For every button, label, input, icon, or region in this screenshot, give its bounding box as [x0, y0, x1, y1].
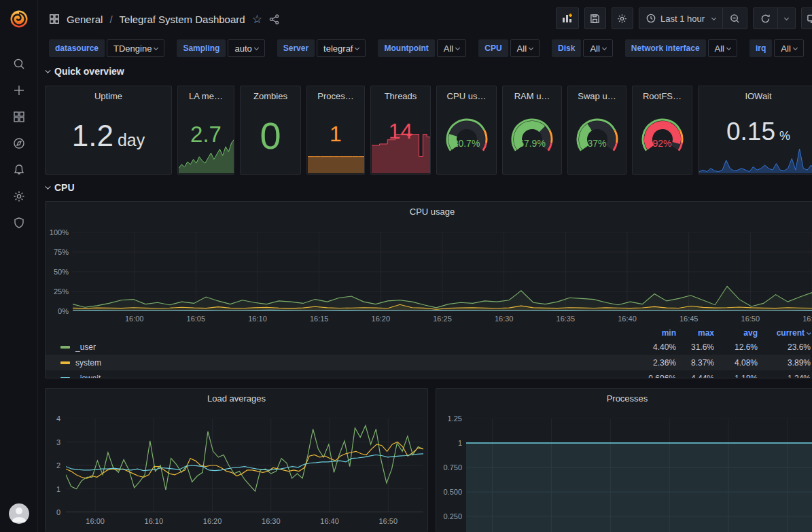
create-plus-icon[interactable] — [8, 85, 30, 96]
var-value-server[interactable]: telegraf — [317, 39, 366, 57]
legend-row-iowait: _iowait 0.696% 4.44% 1.18% 1.24% — [46, 370, 811, 378]
tick-label: 2 — [46, 461, 60, 469]
panel-zombies: Zombies 0 — [240, 86, 301, 175]
refresh-button[interactable] — [754, 8, 777, 29]
settings-gear-icon[interactable] — [8, 191, 30, 202]
grafana-logo[interactable] — [0, 0, 38, 38]
dashboards-icon[interactable] — [8, 111, 30, 122]
panel-title[interactable]: RAM u… — [503, 91, 561, 101]
refresh-interval-dropdown[interactable] — [777, 8, 795, 29]
tick-label: 0% — [46, 307, 69, 315]
breadcrumb-separator: / — [109, 14, 112, 25]
refresh-icon — [760, 14, 771, 24]
panel-title[interactable]: RootFS… — [633, 91, 692, 101]
star-icon[interactable]: ☆ — [252, 12, 262, 26]
processes-sparkline — [308, 120, 364, 173]
var-label-server[interactable]: Server — [277, 39, 315, 57]
zoom-out-time-button[interactable] — [722, 8, 747, 29]
panel-title[interactable]: Load averages — [46, 393, 427, 404]
legend-series-user[interactable]: _user — [60, 342, 634, 352]
series-swatch — [60, 361, 70, 364]
tick-label: 16:05 — [187, 315, 206, 323]
tick-label: 0.250 — [438, 512, 462, 520]
section-title: Quick overview — [54, 66, 124, 77]
sidebar — [0, 0, 38, 532]
admin-shield-icon[interactable] — [8, 217, 30, 228]
panel-rootfs-gauge: RootFS… 92% — [632, 86, 692, 175]
var-value-sampling[interactable]: auto — [228, 39, 264, 57]
load-chart-plot[interactable] — [66, 419, 423, 512]
tick-label: 16:00 — [86, 517, 105, 525]
cpu-legend: min max avg current _user 4.40% 31.6% 12… — [46, 327, 811, 378]
tick-label: 16:50 — [741, 315, 760, 323]
rootfs-gauge-value: 92% — [633, 138, 692, 149]
tick-label: 0.500 — [438, 488, 462, 496]
alerting-bell-icon[interactable] — [8, 164, 30, 175]
dashboard-title[interactable]: Telegraf System Dashboard — [120, 14, 245, 25]
var-value-cpu[interactable]: All — [510, 39, 540, 57]
tick-label: 16:15 — [310, 315, 329, 323]
panel-threads: Threads 14 — [370, 86, 431, 175]
time-range-picker[interactable]: Last 1 hour — [639, 8, 722, 29]
panel-iowait: IOWait 0.15 % — [698, 86, 812, 175]
section-quick-overview[interactable]: Quick overview — [45, 66, 124, 77]
dashboard-settings-button[interactable] — [612, 7, 633, 29]
var-label-mountpoint[interactable]: Mountpoint — [378, 39, 434, 57]
cpu-chart-plot[interactable] — [73, 232, 812, 311]
dashboard-grid-icon — [49, 14, 60, 24]
user-avatar[interactable] — [9, 503, 29, 524]
var-value-network-interface[interactable]: All — [708, 39, 737, 57]
panel-title[interactable]: Processes — [436, 393, 812, 404]
processes-chart-plot[interactable] — [466, 419, 812, 532]
tick-label: 16:50 — [378, 517, 398, 525]
explore-compass-icon[interactable] — [8, 138, 30, 149]
legend-series-system[interactable]: system — [60, 358, 634, 368]
iowait-sparkline — [699, 149, 812, 173]
panel-title[interactable]: Zombies — [241, 91, 300, 101]
panel-title[interactable]: CPU us… — [437, 91, 496, 101]
tick-label: 16:25 — [433, 315, 452, 323]
panel-title[interactable]: Threads — [371, 91, 430, 101]
panel-title[interactable]: CPU usage — [46, 207, 812, 217]
legend-col-max[interactable]: max — [676, 328, 714, 338]
navbar-actions: Last 1 hour — [556, 7, 812, 29]
legend-col-avg[interactable]: avg — [714, 328, 758, 338]
var-label-irq[interactable]: irq — [749, 39, 772, 57]
legend-row-user: _user 4.40% 31.6% 12.6% 23.6% — [46, 339, 811, 355]
tick-label: 25% — [46, 287, 69, 296]
monitor-icon — [807, 14, 812, 24]
share-icon[interactable] — [269, 14, 279, 24]
panel-title[interactable]: LA me… — [178, 91, 234, 101]
tick-label: 1.25 — [438, 414, 462, 423]
var-label-sampling[interactable]: Sampling — [177, 39, 226, 57]
legend-col-current[interactable]: current — [758, 328, 811, 338]
section-cpu[interactable]: CPU — [45, 182, 75, 193]
panel-title[interactable]: IOWait — [699, 91, 812, 101]
legend-col-min[interactable]: min — [634, 328, 676, 338]
tick-label: 16:40 — [320, 517, 339, 525]
var-value-datasource[interactable]: TDengine — [107, 39, 164, 57]
add-panel-button[interactable] — [556, 7, 579, 29]
var-label-disk[interactable]: Disk — [552, 39, 581, 57]
tv-mode-button[interactable] — [801, 7, 812, 29]
var-label-network-interface[interactable]: Network interface — [625, 39, 706, 57]
tick-label: 1 — [438, 439, 462, 447]
var-value-disk[interactable]: All — [583, 39, 612, 57]
tick-label: 16:30 — [495, 315, 514, 323]
panel-title[interactable]: Swap u… — [568, 91, 626, 101]
iowait-value: 0.15 % — [699, 118, 812, 146]
legend-series-iowait[interactable]: _iowait — [60, 374, 634, 378]
save-dashboard-button[interactable] — [584, 7, 606, 29]
breadcrumb-section[interactable]: General — [67, 14, 103, 25]
tick-label: 1 — [46, 485, 60, 493]
panel-title[interactable]: Proces… — [307, 91, 364, 101]
panel-title[interactable]: Uptime — [46, 91, 171, 101]
legend-row-system: system 2.36% 8.37% 4.08% 3.89% — [46, 355, 811, 370]
tick-label: 0.750 — [438, 463, 462, 472]
search-icon[interactable] — [8, 58, 30, 69]
var-value-mountpoint[interactable]: All — [437, 39, 466, 57]
var-label-datasource[interactable]: datasource — [49, 39, 105, 57]
var-value-irq[interactable]: All — [774, 39, 803, 57]
var-label-cpu[interactable]: CPU — [478, 39, 508, 57]
panel-swap-usage-gauge: Swap u… 37% — [567, 86, 626, 175]
